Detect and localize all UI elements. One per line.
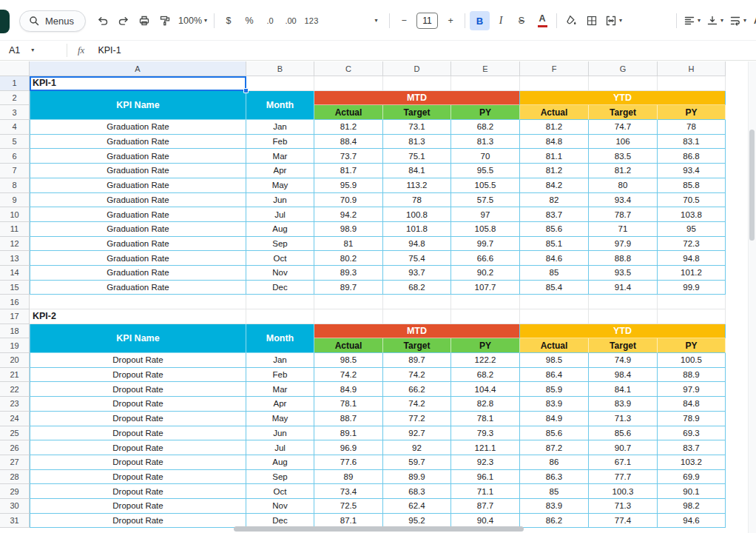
cell-E4[interactable]: 68.2 [451,120,520,135]
cell-E27[interactable]: 92.3 [451,455,520,470]
cell-G23[interactable]: 83.9 [589,397,658,412]
cell-F28[interactable]: 86.3 [520,470,589,485]
table-2-header-ytd[interactable]: YTD [520,324,726,339]
cell-B20[interactable]: Jan [246,353,314,368]
cell-F27[interactable]: 86 [520,455,589,470]
cell-A17[interactable]: KPI-2 [30,309,246,324]
cell-C4[interactable]: 81.2 [314,120,383,135]
cell-G15[interactable]: 91.4 [589,281,658,295]
cell-F16[interactable] [520,295,589,309]
cell-H16[interactable] [658,295,726,309]
column-header-F[interactable]: F [520,61,589,76]
cell-F5[interactable]: 84.8 [520,135,589,150]
cell-E28[interactable]: 96.1 [451,470,520,485]
cell-D16[interactable] [383,295,451,309]
cell-G20[interactable]: 74.9 [589,353,658,368]
cell-A5[interactable]: Graduation Rate [30,135,246,150]
vertical-scrollbar-thumb[interactable] [749,130,755,241]
cell-C9[interactable]: 70.9 [314,193,383,208]
cell-E11[interactable]: 105.8 [451,222,520,237]
cell-E17[interactable] [451,309,520,324]
cell-F12[interactable]: 85.1 [520,237,589,252]
undo-button[interactable] [93,11,112,30]
row-header-19[interactable]: 19 [0,338,30,353]
font-size-input[interactable]: 11 [416,13,438,29]
table-2-subheader-mtd-actual[interactable]: Actual [314,338,383,353]
cell-F11[interactable]: 85.6 [520,222,589,237]
cell-G30[interactable]: 71.3 [589,499,658,514]
cell-E7[interactable]: 95.5 [451,164,520,178]
fill-color-button[interactable] [561,11,581,30]
cell-D20[interactable]: 89.7 [383,353,451,368]
cell-C28[interactable]: 89 [314,470,383,485]
cell-D28[interactable]: 89.9 [383,470,451,485]
cell-B25[interactable]: Jun [246,426,314,441]
cell-F29[interactable]: 85 [520,484,589,499]
cell-H21[interactable]: 88.9 [658,368,726,383]
cell-A22[interactable]: Dropout Rate [30,382,246,397]
cell-H26[interactable]: 83.7 [658,440,726,455]
cell-D24[interactable]: 77.2 [383,412,451,426]
cell-G31[interactable]: 77.4 [589,514,658,529]
cell-F21[interactable]: 86.4 [520,368,589,383]
horizontal-scrollbar[interactable] [234,526,524,532]
text-rotation-button[interactable]: A ▾ [750,11,756,30]
table-2-header-kpi-name[interactable]: KPI Name [30,324,246,353]
increase-decimal-button[interactable]: .00 [281,11,300,30]
cell-C16[interactable] [314,295,383,309]
cell-E1[interactable] [451,76,520,91]
cell-A6[interactable]: Graduation Rate [30,149,246,164]
cell-H8[interactable]: 85.8 [658,178,726,193]
cell-B4[interactable]: Jan [246,120,314,135]
number-format-button[interactable]: 123 [302,11,321,30]
horizontal-align-button[interactable]: ▾ [681,11,703,30]
cell-A25[interactable]: Dropout Rate [30,426,246,441]
cell-A13[interactable]: Graduation Rate [30,251,246,266]
cell-B26[interactable]: Jul [246,440,314,455]
cell-C1[interactable] [314,76,383,91]
cell-F6[interactable]: 81.1 [520,149,589,164]
cell-G29[interactable]: 100.3 [589,484,658,499]
cell-G6[interactable]: 83.5 [589,149,658,164]
cell-B17[interactable] [246,309,314,324]
cell-G24[interactable]: 71.3 [589,412,658,426]
cell-H11[interactable]: 95 [658,222,726,237]
row-header-21[interactable]: 21 [0,368,30,383]
text-color-button[interactable]: A [533,11,552,30]
cell-F9[interactable]: 82 [520,193,589,208]
cell-F4[interactable]: 81.2 [520,120,589,135]
cell-H10[interactable]: 103.8 [658,207,726,222]
row-header-28[interactable]: 28 [0,470,30,485]
cell-E30[interactable]: 87.7 [451,499,520,514]
bold-button[interactable]: B [470,11,490,30]
cell-E15[interactable]: 107.7 [451,281,520,295]
cell-A26[interactable]: Dropout Rate [30,440,246,455]
cell-H20[interactable]: 100.5 [658,353,726,368]
cell-H9[interactable]: 70.5 [658,193,726,208]
cell-F15[interactable]: 85.4 [520,281,589,295]
cell-C25[interactable]: 89.1 [314,426,383,441]
cell-A16[interactable] [30,295,246,309]
row-header-8[interactable]: 8 [0,178,30,193]
row-header-1[interactable]: 1 [0,76,30,91]
cell-F26[interactable]: 87.2 [520,440,589,455]
cell-D26[interactable]: 92 [383,440,451,455]
cell-F17[interactable] [520,309,589,324]
cell-C29[interactable]: 73.4 [314,484,383,499]
row-header-31[interactable]: 31 [0,514,30,529]
cell-D1[interactable] [383,76,451,91]
cell-E16[interactable] [451,295,520,309]
row-header-11[interactable]: 11 [0,222,30,237]
row-header-29[interactable]: 29 [0,484,30,499]
cell-D4[interactable]: 73.1 [383,120,451,135]
cell-F7[interactable]: 81.2 [520,164,589,178]
cell-G21[interactable]: 98.4 [589,368,658,383]
borders-button[interactable] [582,11,601,30]
table-1-header-kpi-name[interactable]: KPI Name [30,91,246,120]
cell-B11[interactable]: Aug [246,222,314,237]
row-header-20[interactable]: 20 [0,353,30,368]
table-2-subheader-mtd-target[interactable]: Target [383,338,451,353]
cell-D30[interactable]: 62.4 [383,499,451,514]
cell-H23[interactable]: 84.8 [658,397,726,412]
cell-A12[interactable]: Graduation Rate [30,237,246,252]
